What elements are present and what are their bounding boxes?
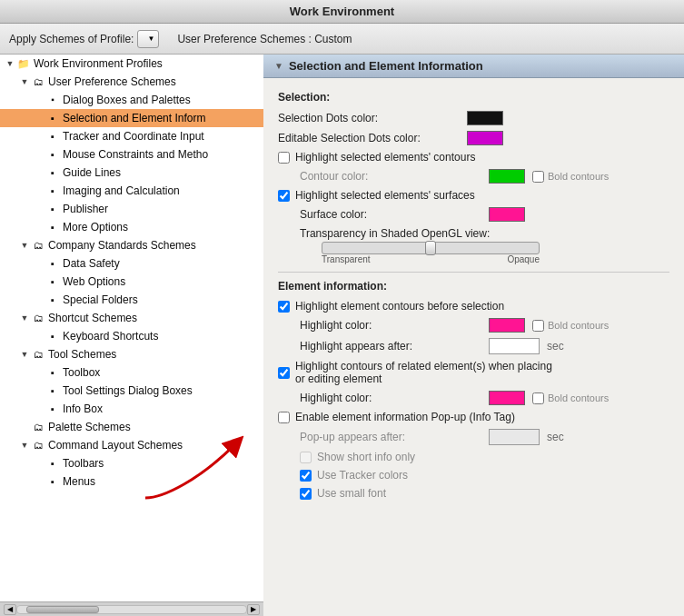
sidebar-label-special-folders: Special Folders [63, 292, 138, 308]
expand-arrow-company-standards[interactable]: ▼ [18, 237, 31, 253]
popup-appears-input[interactable]: 100.0 [489, 429, 540, 445]
use-tracker-colors-row: Use Tracker colors [278, 469, 669, 482]
bold-contours2-checkbox[interactable] [532, 320, 544, 332]
scroll-thumb[interactable] [26, 606, 99, 613]
sidebar-scrollbar[interactable]: ◀ ▶ [0, 601, 263, 616]
transparency-label-row: Transparency in Shaded OpenGL view: [300, 227, 669, 240]
expand-arrow-command-layout[interactable]: ▼ [18, 437, 31, 453]
sidebar-item-company-standards[interactable]: ▼🗂Company Standards Schemes [0, 236, 263, 254]
expand-arrow-user-pref-schemes[interactable]: ▼ [18, 74, 31, 90]
editable-dots-row: Editable Selection Dots color: [278, 131, 669, 145]
tree-icon-user-pref-schemes: 🗂 [31, 75, 45, 89]
sidebar-item-palette-schemes[interactable]: 🗂Palette Schemes [0, 418, 263, 436]
sidebar-item-data-safety[interactable]: ▪Data Safety [0, 254, 263, 273]
sidebar-label-shortcut-schemes: Shortcut Schemes [48, 310, 137, 326]
use-tracker-colors-label: Use Tracker colors [317, 469, 408, 482]
tree-icon-keyboard-shortcuts: ▪ [45, 329, 60, 343]
transparency-slider-track[interactable] [322, 242, 540, 254]
scroll-track[interactable] [16, 605, 247, 614]
sidebar-item-selection-element[interactable]: ▪Selection and Element Inform [0, 109, 263, 127]
contour-color-swatch[interactable] [489, 169, 525, 184]
contour-color-row: Contour color: Bold contours [278, 169, 669, 184]
tree-icon-company-standards: 🗂 [31, 238, 45, 253]
highlight-contours-checkbox[interactable] [278, 152, 290, 164]
highlight-before-sel-row: Highlight element contours before select… [278, 300, 669, 313]
sec-label2: sec [547, 431, 564, 443]
sidebar-label-publisher: Publisher [63, 201, 108, 217]
sidebar-item-info-box[interactable]: ▪Info Box [0, 400, 263, 418]
sidebar-label-mouse-constraints: Mouse Constraints and Metho [63, 146, 208, 163]
slider-labels: Transparent Opaque [322, 254, 540, 264]
sidebar-item-tracker-coord[interactable]: ▪Tracker and Coordinate Input [0, 127, 263, 145]
sidebar-label-guide-lines: Guide Lines [63, 164, 121, 181]
sidebar-item-guide-lines[interactable]: ▪Guide Lines [0, 164, 263, 182]
tree-icon-shortcut-schemes: 🗂 [31, 311, 45, 325]
highlight-related-checkbox[interactable] [278, 367, 290, 379]
sidebar-label-user-pref-schemes: User Preference Schemes [48, 74, 176, 90]
use-tracker-colors-checkbox[interactable] [300, 470, 312, 482]
expand-arrow-work-env-profiles[interactable]: ▼ [4, 55, 16, 72]
sidebar-item-publisher[interactable]: ▪Publisher [0, 200, 263, 218]
tree-icon-web-options: ▪ [45, 274, 60, 289]
sidebar-label-data-safety: Data Safety [63, 255, 120, 272]
sidebar-item-imaging-calc[interactable]: ▪Imaging and Calculation [0, 182, 263, 200]
sidebar-item-menus[interactable]: ▪Menus [0, 472, 263, 491]
expand-arrow-tool-schemes[interactable]: ▼ [18, 346, 31, 363]
tree-icon-menus: ▪ [45, 474, 60, 489]
use-small-font-label: Use small font [317, 487, 386, 500]
sidebar-label-toolbox: Toolbox [63, 364, 100, 381]
highlight-color-swatch[interactable] [489, 318, 525, 333]
sidebar-item-more-options[interactable]: ▪More Options [0, 218, 263, 236]
section-title: Selection and Element Information [289, 59, 483, 73]
sidebar-item-user-pref-schemes[interactable]: ▼🗂User Preference Schemes [0, 73, 263, 91]
sidebar-label-keyboard-shortcuts: Keyboard Shortcuts [63, 328, 158, 344]
sidebar-item-dialog-boxes[interactable]: ▪Dialog Boxes and Palettes [0, 91, 263, 109]
highlight-surfaces-row: Highlight selected elements' surfaces [278, 189, 669, 202]
sidebar-item-web-options[interactable]: ▪Web Options [0, 273, 263, 291]
opaque-label: Opaque [507, 254, 540, 264]
selection-dots-color[interactable] [467, 111, 503, 125]
sidebar-label-selection-element: Selection and Element Inform [63, 110, 205, 126]
tree-icon-tracker-coord: ▪ [45, 129, 60, 144]
profile-dropdown[interactable] [137, 30, 159, 48]
highlight-before-sel-checkbox[interactable] [278, 301, 290, 313]
scroll-right-btn[interactable]: ▶ [247, 604, 260, 615]
sidebar-item-work-env-profiles[interactable]: ▼📁Work Environment Profiles [0, 55, 263, 73]
sidebar-item-shortcut-schemes[interactable]: ▼🗂Shortcut Schemes [0, 309, 263, 327]
bold-contours-checkbox[interactable] [532, 171, 544, 183]
expand-arrow-shortcut-schemes[interactable]: ▼ [18, 310, 31, 326]
panels-row: ▼📁Work Environment Profiles▼🗂User Prefer… [0, 55, 684, 616]
highlight-surfaces-checkbox[interactable] [278, 190, 290, 202]
sidebar-label-info-box: Info Box [63, 401, 103, 417]
selection-subtitle: Selection: [278, 91, 669, 104]
highlight-appears-row: Highlight appears after: 0.100 sec [278, 338, 669, 354]
sidebar-item-tool-settings[interactable]: ▪Tool Settings Dialog Boxes [0, 382, 263, 400]
use-small-font-checkbox[interactable] [300, 488, 312, 500]
popup-appears-row: Pop-up appears after: 100.0 sec [278, 429, 669, 445]
highlight-appears-input[interactable]: 0.100 [489, 338, 540, 354]
selection-dots-row: Selection Dots color: [278, 111, 669, 125]
sidebar-item-keyboard-shortcuts[interactable]: ▪Keyboard Shortcuts [0, 327, 263, 345]
show-short-info-checkbox[interactable] [300, 452, 312, 463]
enable-popup-checkbox[interactable] [278, 412, 290, 423]
transparency-slider-thumb[interactable] [425, 241, 436, 255]
tree-icon-publisher: ▪ [45, 202, 60, 216]
sidebar-item-special-folders[interactable]: ▪Special Folders [0, 291, 263, 309]
sidebar-item-command-layout[interactable]: ▼🗂Command Layout Schemes [0, 436, 263, 454]
tree-icon-more-options: ▪ [45, 220, 60, 234]
transparency-label: Transparency in Shaded OpenGL view: [300, 227, 490, 240]
tree-icon-special-folders: ▪ [45, 293, 60, 307]
contour-color-label: Contour color: [300, 170, 481, 183]
surface-color-swatch[interactable] [489, 207, 525, 222]
sidebar-item-tool-schemes[interactable]: ▼🗂Tool Schemes [0, 345, 263, 363]
profile-label: Apply Schemes of Profile: [9, 33, 134, 45]
bold-contours2-label: Bold contours [548, 320, 609, 331]
sidebar-item-mouse-constraints[interactable]: ▪Mouse Constraints and Metho [0, 145, 263, 164]
highlight-color2-swatch[interactable] [489, 391, 525, 405]
scroll-left-btn[interactable]: ◀ [4, 604, 16, 615]
sidebar-item-toolbars[interactable]: ▪Toolbars [0, 454, 263, 472]
sidebar-item-toolbox[interactable]: ▪Toolbox [0, 363, 263, 382]
profile-select: Apply Schemes of Profile: [9, 30, 159, 48]
bold-contours3-checkbox[interactable] [532, 392, 544, 404]
editable-dots-color[interactable] [467, 131, 503, 145]
